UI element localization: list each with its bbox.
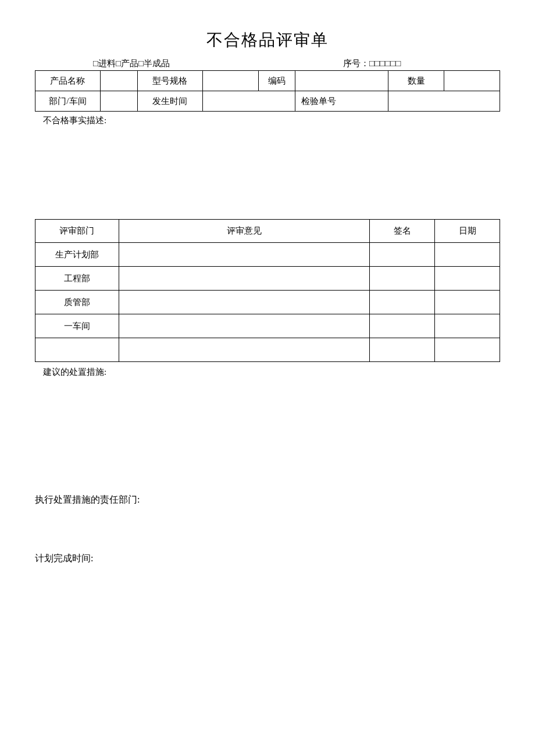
meta-row: □进料□产品□半成品 序号：□□□□□□ (35, 58, 500, 70)
review-header-row: 评审部门 评审意见 签名 日期 (35, 220, 500, 243)
review-sign-cell[interactable] (370, 267, 435, 291)
label-quantity: 数量 (388, 71, 444, 91)
review-date-cell[interactable] (435, 338, 500, 362)
review-row (35, 338, 500, 362)
review-date-cell[interactable] (435, 291, 500, 314)
label-model-spec: 型号规格 (137, 71, 202, 91)
header-review-opinion: 评审意见 (119, 220, 369, 243)
review-row: 工程部 (35, 267, 500, 291)
value-product-name[interactable] (100, 71, 137, 91)
label-code: 编码 (258, 71, 295, 91)
review-row: 质管部 (35, 291, 500, 314)
review-date-cell[interactable] (435, 243, 500, 267)
review-dept-cell: 生产计划部 (35, 243, 119, 267)
review-dept-cell: 质管部 (35, 291, 119, 314)
suggested-action-label: 建议的处置措施: (43, 367, 500, 378)
review-sign-cell[interactable] (370, 243, 435, 267)
header-review-dept: 评审部门 (35, 220, 119, 243)
info-row-1: 产品名称 型号规格 编码 数量 (35, 71, 500, 91)
review-sign-cell[interactable] (370, 338, 435, 362)
review-opinion-cell[interactable] (119, 314, 369, 338)
serial-boxes: □□□□□□ (369, 59, 401, 68)
serial-label: 序号： (343, 59, 369, 68)
info-row-2: 部门/车间 发生时间 检验单号 (35, 91, 500, 112)
review-opinion-cell[interactable] (119, 267, 369, 291)
value-dept-workshop[interactable] (100, 91, 137, 112)
review-dept-cell: 工程部 (35, 267, 119, 291)
review-dept-cell: 一车间 (35, 314, 119, 338)
review-date-cell[interactable] (435, 267, 500, 291)
serial-number: 序号：□□□□□□ (343, 58, 488, 69)
suggested-action-area[interactable] (35, 378, 500, 494)
desc-writing-area[interactable] (35, 126, 500, 219)
form-title: 不合格品评审单 (35, 29, 500, 51)
value-model-spec[interactable] (202, 71, 258, 91)
review-table: 评审部门 评审意见 签名 日期 生产计划部 工程部 质管部 一车间 (35, 219, 500, 362)
label-dept-workshop: 部门/车间 (35, 91, 101, 112)
review-opinion-cell[interactable] (119, 243, 369, 267)
value-occur-time[interactable] (202, 91, 295, 112)
responsible-dept-area[interactable] (35, 506, 500, 553)
header-date: 日期 (435, 220, 500, 243)
review-date-cell[interactable] (435, 314, 500, 338)
review-opinion-cell[interactable] (119, 291, 369, 314)
type-checkboxes: □进料□产品□半成品 (93, 58, 343, 69)
label-product-name: 产品名称 (35, 71, 101, 91)
responsible-dept-label: 执行处置措施的责任部门: (35, 494, 500, 506)
nonconformance-desc-label: 不合格事实描述: (43, 115, 500, 126)
info-table: 产品名称 型号规格 编码 数量 部门/车间 发生时间 检验单号 (35, 70, 500, 112)
label-occur-time: 发生时间 (137, 91, 202, 112)
label-inspection-no: 检验单号 (295, 91, 388, 112)
review-dept-cell[interactable] (35, 338, 119, 362)
value-quantity[interactable] (444, 71, 500, 91)
review-sign-cell[interactable] (370, 314, 435, 338)
value-code[interactable] (295, 71, 388, 91)
review-row: 一车间 (35, 314, 500, 338)
review-row: 生产计划部 (35, 243, 500, 267)
header-signature: 签名 (370, 220, 435, 243)
value-inspection-no[interactable] (388, 91, 500, 112)
review-sign-cell[interactable] (370, 291, 435, 314)
review-opinion-cell[interactable] (119, 338, 369, 362)
planned-completion-label: 计划完成时间: (35, 553, 500, 565)
